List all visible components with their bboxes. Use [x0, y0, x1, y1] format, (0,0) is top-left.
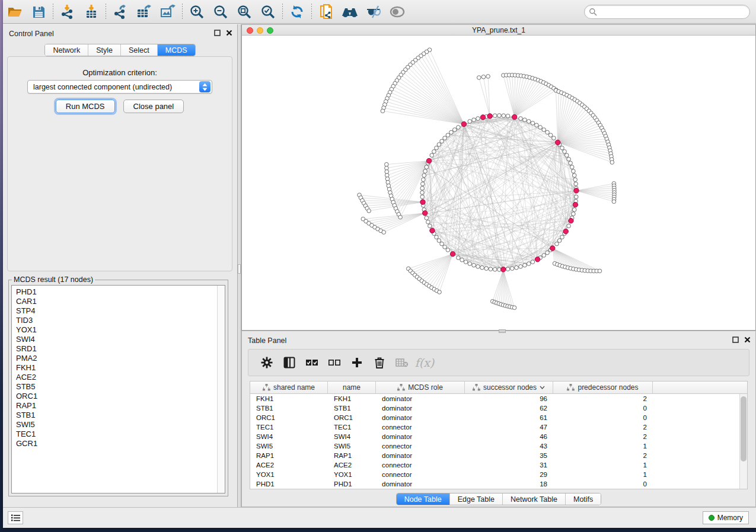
network-node[interactable]: [535, 123, 539, 127]
table-row[interactable]: FKH1FKH1dominator962: [250, 394, 739, 403]
network-node[interactable]: [476, 265, 480, 269]
table-tab-network-table[interactable]: Network Table: [502, 493, 565, 505]
float-panel-icon[interactable]: [732, 336, 739, 343]
network-node[interactable]: [430, 153, 434, 158]
network-node[interactable]: [572, 212, 576, 216]
tab-select[interactable]: Select: [120, 44, 157, 56]
mcds-hub-node[interactable]: [423, 211, 428, 216]
network-node[interactable]: [435, 146, 439, 150]
network-node[interactable]: [570, 165, 574, 169]
network-node[interactable]: [515, 265, 519, 270]
network-node[interactable]: [385, 166, 389, 170]
network-node[interactable]: [538, 126, 543, 130]
network-node[interactable]: [560, 146, 564, 150]
network-node[interactable]: [531, 260, 535, 264]
network-titlebar[interactable]: YPA_prune.txt_1: [242, 25, 755, 36]
table-row[interactable]: TEC1TEC1connector472: [250, 422, 739, 432]
list-scrollbar[interactable]: [217, 286, 225, 493]
network-node[interactable]: [572, 169, 576, 174]
table-row[interactable]: STB1STB1dominator620: [250, 403, 739, 413]
network-node[interactable]: [437, 143, 441, 147]
network-node[interactable]: [552, 136, 556, 140]
network-node[interactable]: [567, 224, 571, 228]
network-canvas[interactable]: [242, 36, 755, 330]
mcds-hub-node[interactable]: [573, 202, 578, 207]
table-scrollbar[interactable]: [739, 394, 747, 489]
network-node[interactable]: [476, 117, 480, 121]
network-node[interactable]: [519, 117, 523, 121]
mcds-hub-node[interactable]: [461, 121, 466, 126]
column-header-MCDS-role[interactable]: MCDS role: [376, 382, 465, 393]
network-node[interactable]: [420, 191, 425, 195]
mcds-hub-node[interactable]: [420, 200, 425, 204]
tab-style[interactable]: Style: [88, 44, 120, 56]
network-node[interactable]: [457, 126, 461, 130]
network-node[interactable]: [546, 251, 550, 255]
column-header-shared-name[interactable]: shared name: [250, 382, 328, 393]
mcds-result-item[interactable]: TEC1: [16, 430, 225, 439]
network-node[interactable]: [564, 153, 569, 158]
search-network-icon[interactable]: [338, 2, 362, 22]
mcds-result-item[interactable]: ORC1: [16, 392, 225, 401]
network-node[interactable]: [452, 128, 457, 132]
network-node[interactable]: [460, 258, 464, 262]
network-node[interactable]: [567, 157, 571, 161]
network-node[interactable]: [484, 267, 489, 271]
scrollbar-thumb[interactable]: [741, 396, 747, 462]
network-node[interactable]: [612, 200, 616, 204]
close-panel-icon[interactable]: [226, 30, 232, 36]
network-node[interactable]: [493, 267, 497, 271]
task-history-button[interactable]: [8, 511, 23, 524]
network-node[interactable]: [512, 306, 516, 310]
mcds-hub-node[interactable]: [487, 114, 492, 118]
network-node[interactable]: [493, 114, 497, 118]
mcds-hub-node[interactable]: [501, 267, 506, 272]
hide-panels-icon[interactable]: [362, 2, 385, 22]
unselect-all-columns-icon[interactable]: [323, 352, 346, 373]
show-overview-icon[interactable]: [385, 2, 409, 22]
mcds-result-item[interactable]: STP4: [16, 306, 225, 316]
network-node[interactable]: [519, 265, 523, 269]
table-row[interactable]: SWI4SWI4dominator462: [250, 432, 739, 441]
mcds-result-item[interactable]: YOX1: [16, 325, 225, 335]
network-node[interactable]: [472, 263, 476, 267]
network-node[interactable]: [506, 267, 510, 271]
network-node[interactable]: [426, 220, 430, 224]
import-network-icon[interactable]: [56, 2, 79, 22]
network-node[interactable]: [428, 224, 432, 228]
mcds-hub-node[interactable]: [450, 251, 455, 256]
network-node[interactable]: [432, 150, 436, 154]
network-node[interactable]: [523, 118, 527, 122]
network-node[interactable]: [443, 136, 447, 140]
vertical-splitter[interactable]: [237, 24, 241, 507]
network-node[interactable]: [481, 75, 486, 79]
mcds-result-list[interactable]: PHD1CAR1STP4TID3YOX1SWI4SRD1PMA2FKH1ACE2…: [11, 285, 225, 493]
mcds-result-item[interactable]: STB5: [16, 382, 225, 392]
mcds-result-item[interactable]: PHD1: [16, 287, 225, 297]
mcds-result-item[interactable]: PMA2: [16, 354, 225, 363]
network-node[interactable]: [480, 265, 484, 270]
select-all-columns-icon[interactable]: [301, 352, 323, 373]
save-icon[interactable]: [27, 2, 50, 22]
mcds-hub-node[interactable]: [556, 140, 560, 145]
network-node[interactable]: [449, 130, 454, 134]
mcds-result-item[interactable]: SWI4: [16, 335, 225, 344]
mcds-hub-node[interactable]: [569, 218, 573, 223]
network-node[interactable]: [472, 118, 476, 122]
network-node[interactable]: [435, 235, 439, 239]
network-node[interactable]: [423, 169, 428, 174]
network-node[interactable]: [468, 120, 472, 124]
network-node[interactable]: [440, 242, 444, 246]
table-settings-icon[interactable]: [256, 352, 278, 373]
mcds-hub-node[interactable]: [480, 115, 485, 120]
close-panel-button[interactable]: Close panel: [123, 100, 184, 113]
network-node[interactable]: [548, 133, 553, 137]
search-input[interactable]: [597, 7, 749, 17]
table-row[interactable]: ACE2ACE2connector311: [250, 460, 739, 470]
network-node[interactable]: [420, 186, 425, 190]
network-node[interactable]: [563, 150, 567, 154]
network-node[interactable]: [382, 230, 386, 235]
table-row[interactable]: ORC1ORC1dominator610: [250, 413, 739, 422]
network-node[interactable]: [425, 216, 429, 220]
horizontal-splitter-grip[interactable]: [499, 329, 506, 333]
